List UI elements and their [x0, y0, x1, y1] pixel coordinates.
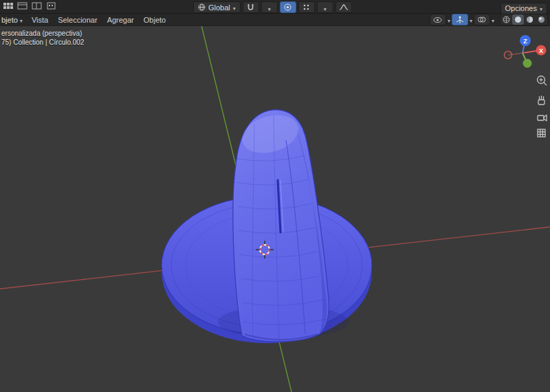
viewport-3d[interactable]: Z X: [0, 0, 550, 392]
shading-solid-button[interactable]: [512, 14, 524, 25]
mode-dropdown[interactable]: bjeto: [0, 15, 27, 25]
visibility-button[interactable]: [430, 14, 446, 25]
chevron-down-icon: [324, 1, 327, 14]
overlays-icon: [477, 16, 486, 23]
gizmo-axis-y[interactable]: [523, 59, 532, 68]
shading-mode-group: [500, 14, 548, 25]
snap-toggle-button[interactable]: [243, 1, 259, 13]
chevron-down-icon: [540, 4, 542, 12]
proportional-editing-button[interactable]: [280, 1, 296, 13]
active-object-label: 75) Collection | Círculo.002: [1, 38, 84, 47]
gizmo-x-label: X: [539, 47, 543, 54]
falloff-curve-button[interactable]: [336, 1, 352, 13]
chevron-down-icon: [233, 3, 236, 12]
gizmo-z-label: Z: [523, 38, 527, 45]
view-name-label: ersonalizada (perspectiva): [1, 29, 84, 38]
options-label: Opciones: [505, 4, 537, 12]
shading-wireframe-button[interactable]: [500, 14, 512, 25]
chevron-down-icon: [20, 16, 23, 24]
editor-type-icon[interactable]: [3, 1, 14, 13]
magnet-icon: [247, 3, 254, 12]
viewport-header: bjeto Vista Seleccionar Agregar Objeto: [0, 14, 550, 26]
falloff-curve-icon: [339, 3, 349, 11]
overlays-button[interactable]: [474, 14, 490, 25]
gizmos-icon: [456, 16, 464, 24]
proportional-editing-icon: [284, 3, 292, 11]
chevron-down-icon[interactable]: [470, 16, 472, 24]
chevron-down-icon[interactable]: [492, 16, 494, 24]
solid-shading-icon: [514, 16, 522, 23]
viewport-info-overlay: ersonalizada (perspectiva) 75) Collectio…: [1, 29, 84, 47]
chevron-down-icon: [268, 1, 271, 14]
menu-seleccionar[interactable]: Seleccionar: [53, 15, 102, 25]
topbar: Global Opciones: [0, 0, 550, 14]
rendered-shading-icon: [538, 16, 545, 23]
wireframe-shading-icon: [503, 16, 510, 23]
chevron-down-icon[interactable]: [448, 16, 450, 24]
proportional-falloff-dropdown[interactable]: [317, 1, 333, 13]
shading-rendered-button[interactable]: [536, 14, 547, 25]
options-dropdown[interactable]: Opciones: [500, 3, 548, 14]
snap-items-button[interactable]: [298, 1, 315, 13]
menu-objeto[interactable]: Objeto: [139, 15, 170, 25]
transform-orientation-dropdown[interactable]: Global: [193, 1, 241, 13]
workspace-icon[interactable]: [32, 1, 43, 13]
snap-settings-dropdown[interactable]: [261, 1, 278, 13]
menu-agregar[interactable]: Agregar: [102, 15, 139, 25]
mode-label: bjeto: [1, 16, 18, 24]
orientation-globe-icon: [198, 3, 206, 11]
snap-items-icon: [302, 3, 310, 11]
window-layout-icon[interactable]: [17, 1, 28, 13]
material-shading-icon: [526, 16, 534, 23]
orientation-label: Global: [208, 3, 230, 12]
visibility-icon: [433, 17, 442, 23]
display-grid-icon[interactable]: [46, 1, 57, 13]
shading-material-button[interactable]: [524, 14, 536, 25]
blender-window: Z X ersonaliz: [0, 0, 550, 392]
menu-vista[interactable]: Vista: [27, 15, 53, 25]
gizmos-button[interactable]: [452, 14, 468, 25]
